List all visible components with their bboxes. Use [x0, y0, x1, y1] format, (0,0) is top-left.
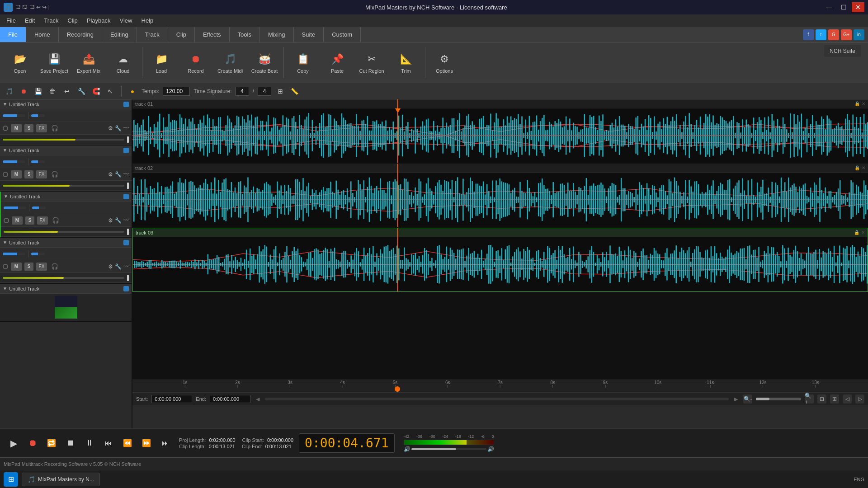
- track-2-close-wave-icon[interactable]: ✕: [862, 165, 865, 170]
- zoom-out-button[interactable]: 🔍-: [743, 394, 752, 404]
- maximize-button[interactable]: ☐: [837, 2, 850, 12]
- go-end-button[interactable]: ⏭: [157, 435, 174, 451]
- trim-button[interactable]: 📐 Trim: [390, 45, 422, 80]
- facebook-icon[interactable]: f: [803, 29, 814, 40]
- track-2-headphone-button[interactable]: 🎧: [50, 170, 60, 178]
- track-3-close-wave-icon[interactable]: ✕: [861, 230, 865, 235]
- vu-speaker2-icon[interactable]: 🔊: [487, 446, 494, 452]
- track-4-fx-button[interactable]: FX: [36, 263, 47, 271]
- track-1-fader-handle[interactable]: [127, 136, 129, 143]
- track-5-collapse[interactable]: ▼: [3, 286, 7, 291]
- taskbar-start-button[interactable]: ⊞: [4, 472, 18, 487]
- track-3-pan-knob[interactable]: [32, 206, 46, 209]
- end-time-input[interactable]: [210, 395, 250, 403]
- loop-button[interactable]: 🔁: [43, 435, 60, 451]
- track-1-headphone-button[interactable]: 🎧: [50, 124, 60, 132]
- fast-forward-button[interactable]: ⏩: [138, 435, 155, 451]
- track-4-wrench-icon[interactable]: 🔧: [115, 263, 122, 270]
- snap-icon[interactable]: 📏: [289, 86, 300, 97]
- tab-home[interactable]: Home: [26, 27, 59, 42]
- track-1-mute-button[interactable]: M: [11, 124, 22, 132]
- tab-track[interactable]: Track: [137, 27, 168, 42]
- stop-button[interactable]: ⏹: [62, 435, 79, 451]
- track-4-pan-knob[interactable]: [31, 253, 45, 255]
- tab-suite[interactable]: Suite: [294, 27, 324, 42]
- track-2-mute-button[interactable]: M: [11, 170, 22, 178]
- time-sig-denominator[interactable]: [258, 87, 271, 96]
- zoom-prev-button[interactable]: ◁: [843, 394, 852, 404]
- tab-editing[interactable]: Editing: [102, 27, 137, 42]
- create-midi-button[interactable]: 🎵 Create Midi: [214, 45, 246, 80]
- record-transport-button[interactable]: ⏺: [24, 435, 41, 451]
- cloud-button[interactable]: ☁ Cloud: [107, 45, 139, 80]
- cut-region-button[interactable]: ✂ Cut Region: [355, 45, 388, 80]
- minimize-button[interactable]: —: [823, 2, 835, 12]
- scroll-left-arrow[interactable]: ◀: [254, 395, 261, 403]
- tool1-icon[interactable]: 🔧: [76, 86, 87, 97]
- tab-effects[interactable]: Effects: [195, 27, 230, 42]
- grid-icon[interactable]: ⊞: [275, 86, 286, 97]
- select-icon[interactable]: ↖: [105, 86, 116, 97]
- copy-button[interactable]: 📋 Copy: [287, 45, 319, 80]
- record-button[interactable]: ⏺ Record: [179, 45, 212, 80]
- track-1-color[interactable]: [123, 102, 129, 107]
- track-1-pan-knob[interactable]: [31, 114, 45, 117]
- track-2-lock-icon[interactable]: 🔒: [854, 165, 860, 170]
- track-1-solo-button[interactable]: S: [24, 124, 33, 132]
- track-4-wave-icon[interactable]: 〰: [123, 263, 129, 270]
- track-3-wave-icon[interactable]: 〰: [123, 217, 129, 224]
- track-3-fader-handle[interactable]: [127, 229, 129, 235]
- vu-speaker-icon[interactable]: 🔊: [404, 446, 410, 452]
- track-4-color[interactable]: [123, 240, 129, 245]
- options-button[interactable]: ⚙ Options: [428, 45, 461, 80]
- track-2-collapse[interactable]: ▼: [3, 148, 7, 153]
- track-1-volume-knob[interactable]: [3, 114, 25, 117]
- track-4-record-arm[interactable]: [3, 264, 8, 269]
- google-icon[interactable]: G: [828, 29, 839, 40]
- track-5-waveform[interactable]: [132, 343, 868, 379]
- google2-icon[interactable]: G+: [841, 29, 852, 40]
- tab-file[interactable]: File: [0, 27, 26, 42]
- track-2-fx-button[interactable]: FX: [36, 170, 47, 178]
- track-3-mute-button[interactable]: M: [12, 216, 23, 225]
- track-3-headphone-button[interactable]: 🎧: [51, 216, 61, 225]
- twitter-icon[interactable]: t: [816, 29, 826, 40]
- track-2-settings-icon[interactable]: ⚙: [108, 171, 113, 178]
- track-3-settings-icon[interactable]: ⚙: [108, 217, 113, 224]
- track-3-solo-button[interactable]: S: [25, 216, 34, 225]
- track-4-settings-icon[interactable]: ⚙: [108, 263, 113, 270]
- linkedin-icon[interactable]: in: [854, 29, 864, 40]
- create-beat-button[interactable]: 🥁 Create Beat: [248, 45, 281, 80]
- tab-mixing[interactable]: Mixing: [260, 27, 294, 42]
- track-1-wrench-icon[interactable]: 🔧: [115, 125, 122, 131]
- track-2-waveform[interactable]: [132, 173, 868, 227]
- track-1-fx-button[interactable]: FX: [36, 124, 47, 132]
- timeline-scrollbar[interactable]: [265, 398, 729, 400]
- open-button[interactable]: 📂 Open: [4, 45, 36, 80]
- save-project-button[interactable]: 💾 Save Project: [38, 45, 71, 80]
- track-1-waveform[interactable]: // Generate waveform bars using SVG: [132, 108, 868, 163]
- track-1-settings-icon[interactable]: ⚙: [108, 125, 113, 131]
- export-mix-button[interactable]: 📤 Export Mix: [72, 45, 105, 80]
- paste-button[interactable]: 📌 Paste: [321, 45, 354, 80]
- nch-suite-button[interactable]: NCH Suite: [824, 45, 861, 57]
- track-4-mute-button[interactable]: M: [11, 263, 22, 271]
- track-1-wave-icon[interactable]: 〰: [123, 125, 129, 131]
- track-2-solo-button[interactable]: S: [24, 170, 33, 178]
- master-volume-slider[interactable]: [411, 448, 486, 450]
- menu-playback[interactable]: Playback: [82, 15, 115, 26]
- close-button[interactable]: ✕: [852, 2, 864, 12]
- zoom-slider[interactable]: [756, 398, 801, 400]
- menu-edit[interactable]: Edit: [20, 15, 39, 26]
- track-4-waveform[interactable]: [132, 292, 868, 342]
- track-3-lock-icon[interactable]: 🔒: [854, 230, 859, 235]
- magnet-icon[interactable]: 🧲: [90, 86, 101, 97]
- zoom-in-button[interactable]: 🔍+: [805, 394, 814, 404]
- timeline-ruler[interactable]: 1s2s3s4s5s6s7s8s9s10s11s12s13s: [132, 380, 868, 392]
- load-button[interactable]: 📁 Load: [145, 45, 178, 80]
- track-2-pan-knob[interactable]: [31, 160, 45, 163]
- menu-track[interactable]: Track: [39, 15, 63, 26]
- taskbar-app-button[interactable]: 🎵 MixPad Masters by N...: [22, 473, 100, 486]
- undo-icon[interactable]: ↩: [61, 86, 72, 97]
- zoom-full-button[interactable]: ⊞: [830, 394, 839, 404]
